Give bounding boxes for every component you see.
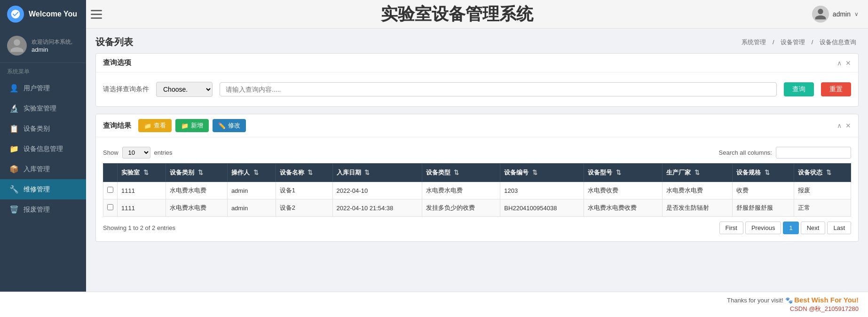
user-area[interactable]: admin ∨ (812, 6, 859, 23)
cell-manufacturer: 水电费水电费 (663, 182, 733, 199)
sidebar-menu-label: 系统菜单 (0, 63, 86, 78)
reset-button[interactable]: 重置 (821, 82, 851, 96)
results-panel-header: 查询结果 📁 查看 📁 新增 ✏️ 修改 (96, 114, 858, 137)
footer-highlight: Best Wish For You! (794, 296, 859, 304)
sort-icon: ⇅ (826, 169, 831, 176)
query-panel-header: 查询选项 ∧ ✕ (96, 54, 858, 72)
entries-label: entries (154, 149, 173, 156)
cell-device-type: 发挂多负少的收费 (422, 199, 500, 217)
breadcrumb: 系统管理 / 设备管理 / 设备信息查询 (739, 38, 859, 47)
results-panel-controls: ∧ ✕ (837, 122, 851, 129)
col-operator[interactable]: 操作人 ⇅ (227, 164, 276, 182)
maintenance-icon: 🔧 (9, 185, 19, 194)
query-panel-body: 请选择查询条件 Choose. 设备名称 设备类别 操作人 查询 重置 (96, 72, 858, 106)
logo-area: Welcome You (0, 0, 86, 29)
cell-storage-date: 2022-04-10 (332, 182, 422, 199)
cell-spec: 收费 (733, 182, 794, 199)
sidebar-item-device-info-mgmt[interactable]: 📁 设备信息管理 (0, 139, 86, 159)
sidebar-item-label: 设备类别 (24, 125, 50, 133)
sidebar-avatar (7, 36, 27, 55)
user-name-label: admin (833, 10, 851, 18)
main-title: 实验室设备管理系统 (102, 3, 812, 26)
col-status[interactable]: 设备状态 ⇅ (794, 164, 851, 182)
sort-icon: ⇅ (198, 169, 203, 176)
search-all: Search all columns: (719, 147, 851, 158)
sidebar-item-scrap-mgmt[interactable]: 🗑️ 报废管理 (0, 199, 86, 220)
cell-spec: 舒服舒服舒服 (733, 199, 794, 217)
entries-select[interactable]: 10 25 50 100 (122, 147, 150, 158)
sidebar-item-storage-mgmt[interactable]: 📦 入库管理 (0, 159, 86, 179)
query-panel-title: 查询选项 (103, 58, 131, 67)
col-device-no[interactable]: 设备编号 ⇅ (500, 164, 584, 182)
col-spec[interactable]: 设备规格 ⇅ (733, 164, 794, 182)
results-collapse-btn[interactable]: ∧ (837, 122, 842, 129)
cell-status: 正常 (794, 199, 851, 217)
row-checkbox[interactable] (107, 187, 113, 193)
pagination-area: Showing 1 to 2 of 2 entries First Previo… (103, 217, 851, 237)
showing-text: Showing 1 to 2 of 2 entries (103, 224, 175, 231)
sidebar-item-label: 报废管理 (24, 206, 50, 214)
col-checkbox (103, 164, 118, 182)
sidebar-item-label: 实验室管理 (24, 104, 56, 113)
page-title: 设备列表 (95, 36, 133, 48)
sort-icon: ⇅ (308, 169, 313, 176)
device-info-icon: 📁 (9, 144, 19, 153)
col-manufacturer[interactable]: 生产厂家 ⇅ (663, 164, 733, 182)
footer: Thanks for your visit! 🐾 Best Wish For Y… (0, 292, 868, 317)
sidebar-item-device-category[interactable]: 📋 设备类别 (0, 119, 86, 139)
cell-status: 报废 (794, 182, 851, 199)
results-panel-body: Show 10 25 50 100 entries Search all col… (96, 137, 858, 241)
col-device-model[interactable]: 设备型号 ⇅ (584, 164, 663, 182)
col-storage-date[interactable]: 入库日期 ⇅ (332, 164, 422, 182)
sort-icon: ⇅ (765, 169, 770, 176)
cell-device-model: 水电费收费 (584, 182, 663, 199)
sidebar-item-maintenance-mgmt[interactable]: 🔧 维修管理 (0, 179, 86, 199)
show-label: Show (103, 149, 118, 156)
storage-icon: 📦 (9, 165, 19, 174)
col-category[interactable]: 设备类别 ⇅ (166, 164, 227, 182)
panel-controls: ∧ ✕ (837, 59, 851, 67)
search-all-label: Search all columns: (719, 149, 772, 156)
footer-thanks-text: Thanks for your visit! 🐾 (727, 297, 793, 304)
sidebar-item-lab-mgmt[interactable]: 🔬 实验室管理 (0, 98, 86, 119)
user-mgmt-icon: 👤 (9, 84, 19, 93)
table-row: 1111 水电费水电费 admin 设备2 2022-04-10 21:54:3… (103, 199, 851, 217)
device-category-icon: 📋 (9, 124, 19, 133)
cell-storage-date: 2022-04-10 21:54:38 (332, 199, 422, 217)
sidebar-item-user-mgmt[interactable]: 👤 用户管理 (0, 78, 86, 98)
cell-lab: 1111 (118, 199, 166, 217)
table-header-row: 实验室 ⇅ 设备类别 ⇅ 操作人 ⇅ (103, 164, 851, 182)
cell-operator: admin (227, 182, 276, 199)
edit-button[interactable]: ✏️ 修改 (213, 119, 246, 132)
footer-csdn: CSDN @秋_2105917280 (9, 305, 859, 313)
row-checkbox[interactable] (107, 204, 113, 210)
query-input[interactable] (220, 82, 777, 96)
breadcrumb-area: 设备列表 系统管理 / 设备管理 / 设备信息查询 (95, 36, 859, 48)
col-lab[interactable]: 实验室 ⇅ (118, 164, 166, 182)
add-button[interactable]: 📁 新增 (175, 119, 209, 132)
row-checkbox-cell (103, 182, 118, 199)
cell-category: 水电费水电费 (166, 199, 227, 217)
col-device-name[interactable]: 设备名称 ⇅ (276, 164, 332, 182)
next-button[interactable]: Next (801, 222, 826, 234)
first-button[interactable]: First (719, 222, 743, 234)
logo-text: Welcome You (29, 10, 77, 18)
hamburger-menu[interactable] (91, 10, 102, 19)
query-button[interactable]: 查询 (784, 82, 814, 96)
close-btn[interactable]: ✕ (845, 59, 851, 67)
collapse-btn[interactable]: ∧ (837, 59, 842, 67)
view-button[interactable]: 📁 查看 (138, 119, 172, 132)
search-all-input[interactable] (776, 147, 851, 158)
previous-button[interactable]: Previous (745, 222, 781, 234)
edit-icon: ✏️ (218, 122, 226, 129)
last-button[interactable]: Last (827, 222, 851, 234)
query-condition-select[interactable]: Choose. 设备名称 设备类别 操作人 (156, 82, 213, 97)
results-close-btn[interactable]: ✕ (845, 122, 851, 129)
page-1-button[interactable]: 1 (783, 222, 798, 234)
footer-thanks: Thanks for your visit! 🐾 Best Wish For Y… (9, 296, 859, 304)
sort-icon: ⇅ (454, 169, 459, 176)
cell-manufacturer: 是否发生防辐射 (663, 199, 733, 217)
logo-icon (7, 6, 24, 23)
col-device-type[interactable]: 设备类型 ⇅ (422, 164, 500, 182)
query-panel: 查询选项 ∧ ✕ 请选择查询条件 Choose. 设备名称 设备类别 操作人 (95, 53, 859, 107)
